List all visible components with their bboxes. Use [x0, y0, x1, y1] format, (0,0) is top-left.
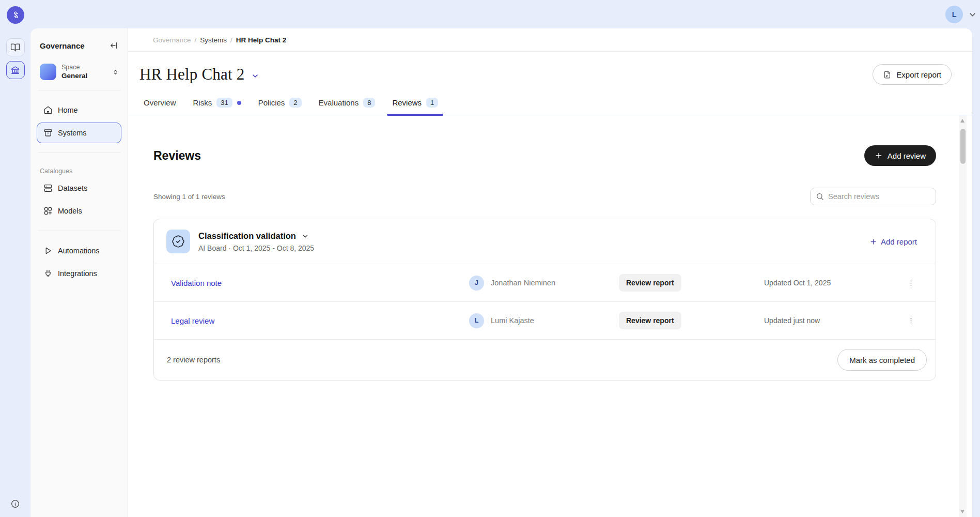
home-icon [43, 105, 53, 115]
review-card-footer: 2 review reports Mark as completed [154, 339, 936, 380]
app-window: L Governance [0, 0, 980, 517]
review-report-button[interactable]: Review report [619, 274, 681, 292]
sidebar-item-datasets[interactable]: Datasets [37, 178, 121, 199]
sidebar-item-models[interactable]: Models [37, 201, 121, 221]
review-card-header: Classification validation AI Board · Oct… [154, 219, 936, 264]
tab-label: Evaluations [319, 98, 359, 107]
bank-icon [10, 65, 20, 75]
author-name: Jonathan Nieminen [491, 279, 555, 287]
tab-label: Overview [144, 98, 176, 107]
sidebar-divider [38, 153, 120, 153]
info-icon [10, 499, 20, 509]
sidebar-item-label: Models [58, 207, 82, 215]
reviews-heading: Reviews [153, 149, 201, 163]
tab-label: Policies [258, 98, 285, 107]
search-input[interactable] [828, 192, 930, 201]
top-bar: L [0, 0, 980, 28]
scroll-down-arrow[interactable] [960, 510, 965, 513]
report-count-text: 2 review reports [167, 356, 220, 364]
user-menu-chevron-down-icon[interactable] [969, 11, 976, 19]
report-link[interactable]: Validation note [171, 279, 469, 287]
breadcrumb-separator: / [195, 36, 197, 44]
unfold-chevrons-icon [112, 68, 119, 76]
sidebar-item-home[interactable]: Home [37, 100, 121, 120]
title-chevron-down-icon[interactable] [251, 72, 259, 80]
sidebar-item-label: Home [58, 106, 78, 114]
scroll-up-arrow[interactable] [960, 119, 965, 123]
add-review-label: Add review [888, 151, 926, 160]
book-open-icon [10, 42, 20, 52]
sidebar-item-label: Automations [58, 247, 100, 255]
export-report-button[interactable]: Export report [873, 64, 952, 85]
sidebar-divider [38, 90, 120, 90]
report-row: Validation note J Jonathan Nieminen Revi… [154, 264, 936, 301]
collapse-left-icon [109, 41, 118, 50]
add-report-label: Add report [881, 237, 917, 246]
library-rail-button[interactable] [6, 38, 25, 56]
tab-count-badge: 2 [289, 98, 301, 108]
breadcrumb-item-governance[interactable]: Governance [153, 36, 191, 44]
plus-icon [869, 238, 877, 246]
tab-overview[interactable]: Overview [138, 93, 181, 115]
kebab-icon [907, 279, 915, 287]
add-review-button[interactable]: Add review [864, 145, 936, 166]
page-title: HR Help Chat 2 [139, 65, 244, 84]
info-button[interactable] [10, 499, 20, 509]
row-menu-button[interactable] [905, 315, 917, 327]
review-title: Classification validation [198, 231, 296, 241]
play-icon [43, 246, 53, 255]
sidebar: Governance Space General [30, 28, 128, 517]
space-label: Space [61, 64, 87, 72]
updated-text: Updated just now [764, 316, 905, 325]
page-header: HR Help Chat 2 Export report [128, 52, 972, 85]
tab-count-badge: 31 [216, 98, 232, 108]
kebab-icon [907, 317, 915, 325]
app-logo[interactable] [7, 6, 24, 24]
search-icon [816, 192, 824, 201]
review-meta: AI Board · Oct 1, 2025 - Oct 8, 2025 [198, 244, 314, 252]
report-link[interactable]: Legal review [171, 316, 469, 325]
row-menu-button[interactable] [905, 277, 917, 289]
sidebar-item-automations[interactable]: Automations [37, 240, 121, 261]
archive-icon [43, 128, 53, 138]
review-card: Classification validation AI Board · Oct… [153, 219, 936, 381]
catalogues-section-label: Catalogues [40, 168, 118, 175]
space-selector[interactable]: Space General [38, 63, 121, 82]
app-surface: Governance Space General [30, 28, 972, 517]
risks-alert-dot [237, 101, 241, 105]
tab-evaluations[interactable]: Evaluations 8 [314, 93, 381, 115]
report-row: Legal review L Lumi Kajaste Review repor… [154, 301, 936, 339]
scrollbar-thumb[interactable] [960, 129, 966, 164]
sidebar-item-label: Integrations [58, 269, 97, 278]
search-box [810, 188, 936, 205]
sidebar-item-systems[interactable]: Systems [37, 123, 121, 143]
tab-risks[interactable]: Risks 31 [188, 93, 246, 115]
governance-rail-button[interactable] [6, 61, 25, 79]
avatar: L [469, 313, 484, 328]
mark-completed-button[interactable]: Mark as completed [837, 349, 927, 371]
breadcrumb-item-systems[interactable]: Systems [200, 36, 227, 44]
tab-label: Reviews [392, 98, 422, 107]
breadcrumb-separator: / [230, 36, 232, 44]
breadcrumb-item-current: HR Help Chat 2 [236, 36, 287, 44]
review-type-tile [166, 230, 190, 253]
tab-reviews[interactable]: Reviews 1 [387, 93, 443, 115]
results-count-text: Showing 1 of 1 reviews [153, 193, 225, 205]
review-chevron-down-icon[interactable] [302, 233, 309, 240]
review-report-button[interactable]: Review report [619, 312, 681, 329]
tab-policies[interactable]: Policies 2 [253, 93, 307, 115]
plus-icon [875, 151, 883, 160]
server-icon [43, 184, 53, 193]
sidebar-collapse-button[interactable] [109, 41, 118, 50]
file-icon [883, 70, 892, 79]
tab-count-badge: 8 [363, 98, 375, 108]
add-report-button[interactable]: Add report [869, 237, 917, 246]
sidebar-item-label: Datasets [58, 184, 87, 192]
vertical-scrollbar[interactable] [959, 115, 967, 517]
user-avatar[interactable]: L [945, 6, 963, 23]
sidebar-divider [38, 231, 120, 231]
space-name: General [61, 72, 87, 81]
space-avatar [40, 64, 56, 80]
sidebar-item-integrations[interactable]: Integrations [37, 263, 121, 284]
icon-rail [0, 28, 30, 517]
